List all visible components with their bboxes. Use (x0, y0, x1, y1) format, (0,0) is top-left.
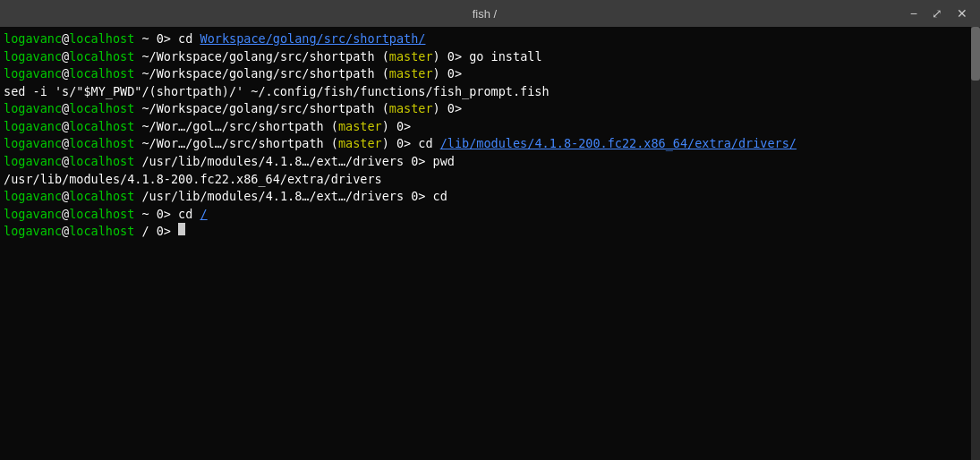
terminal-line: logavanc@localhost ~/Workspace/golang/sr… (4, 48, 976, 66)
window-title: fish / (63, 7, 907, 21)
titlebar: fish / − ⤢ ✕ (0, 0, 980, 27)
hostname: localhost (69, 30, 134, 48)
terminal-line: logavanc@localhost /usr/lib/modules/4.1.… (4, 153, 976, 171)
terminal-line: logavanc@localhost ~/Workspace/golang/sr… (4, 100, 976, 118)
minimize-button[interactable]: − (907, 5, 921, 21)
terminal-line: sed -i 's/"$MY_PWD"/(shortpath)/' ~/.con… (4, 83, 976, 101)
path-link: / (200, 206, 208, 224)
window-controls: − ⤢ ✕ (907, 5, 971, 21)
scrollbar-thumb[interactable] (971, 27, 980, 81)
window: fish / − ⤢ ✕ logavanc@localhost ~ 0> cd … (0, 0, 980, 460)
terminal-line: logavanc@localhost ~/Wor…/gol…/src/short… (4, 118, 976, 136)
terminal-line: logavanc@localhost /usr/lib/modules/4.1.… (4, 188, 976, 206)
terminal-area[interactable]: logavanc@localhost ~ 0> cd Workspace/gol… (0, 27, 980, 460)
terminal-line: /usr/lib/modules/4.1.8-200.fc22.x86_64/e… (4, 171, 976, 189)
terminal-line: logavanc@localhost ~/Wor…/gol…/src/short… (4, 135, 976, 153)
path-link: Workspace/golang/src/shortpath/ (200, 30, 426, 48)
maximize-button[interactable]: ⤢ (928, 5, 946, 21)
terminal-line: logavanc@localhost / 0> (4, 223, 976, 241)
path-link: /lib/modules/4.1.8-200.fc22.x86_64/extra… (440, 135, 797, 153)
terminal-cursor (178, 223, 185, 235)
close-button[interactable]: ✕ (953, 5, 971, 21)
scrollbar[interactable] (971, 27, 980, 460)
terminal-line: logavanc@localhost ~ 0> cd / (4, 206, 976, 224)
terminal-line: logavanc@localhost ~ 0> cd Workspace/gol… (4, 30, 976, 48)
terminal-line: logavanc@localhost ~/Workspace/golang/sr… (4, 65, 976, 83)
username: logavanc (4, 30, 62, 48)
